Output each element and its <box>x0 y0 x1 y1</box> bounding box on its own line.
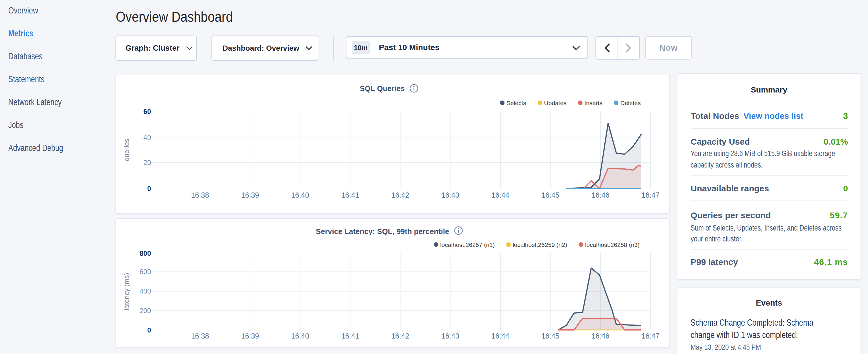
svg-text:600: 600 <box>140 268 151 276</box>
svg-text:16:43: 16:43 <box>441 332 459 340</box>
svg-text:400: 400 <box>140 287 151 295</box>
svg-text:Service Latency: SQL, 99th per: Service Latency: SQL, 99th percentile <box>316 227 449 236</box>
svg-text:60: 60 <box>143 108 151 116</box>
svg-text:localhost:26259 (n2): localhost:26259 (n2) <box>513 242 567 248</box>
svg-text:16:41: 16:41 <box>341 191 359 199</box>
svg-text:16:47: 16:47 <box>642 191 660 199</box>
svg-text:0: 0 <box>147 326 151 334</box>
svg-text:SQL Queries: SQL Queries <box>360 84 405 93</box>
svg-text:16:45: 16:45 <box>541 191 559 199</box>
svg-text:queries: queries <box>123 139 130 161</box>
svg-text:16:46: 16:46 <box>591 191 610 199</box>
svg-text:16:38: 16:38 <box>191 191 209 199</box>
svg-text:16:41: 16:41 <box>341 332 359 340</box>
svg-text:16:42: 16:42 <box>391 191 409 199</box>
svg-text:Updates: Updates <box>544 100 566 106</box>
svg-text:16:45: 16:45 <box>541 332 559 340</box>
svg-text:16:39: 16:39 <box>241 332 259 340</box>
svg-text:16:44: 16:44 <box>492 191 509 199</box>
svg-text:Deletes: Deletes <box>620 100 641 106</box>
svg-text:localhost:26257 (n1): localhost:26257 (n1) <box>440 242 495 248</box>
svg-text:latency (ms): latency (ms) <box>123 273 130 311</box>
svg-text:Inserts: Inserts <box>584 100 602 106</box>
svg-text:localhost:26258 (n3): localhost:26258 (n3) <box>585 242 640 248</box>
svg-text:Selects: Selects <box>506 100 526 106</box>
svg-text:16:43: 16:43 <box>441 191 459 199</box>
svg-text:16:44: 16:44 <box>492 332 509 340</box>
svg-text:16:40: 16:40 <box>291 191 309 199</box>
svg-text:16:39: 16:39 <box>241 191 259 199</box>
svg-text:40: 40 <box>143 133 151 141</box>
svg-text:20: 20 <box>143 159 151 166</box>
svg-text:16:42: 16:42 <box>391 332 409 340</box>
svg-text:16:40: 16:40 <box>291 332 309 340</box>
svg-text:0: 0 <box>147 185 151 192</box>
svg-text:200: 200 <box>140 307 151 315</box>
svg-text:16:38: 16:38 <box>191 332 209 340</box>
svg-text:800: 800 <box>140 250 151 257</box>
svg-text:16:47: 16:47 <box>642 332 660 340</box>
svg-text:16:46: 16:46 <box>591 332 610 340</box>
